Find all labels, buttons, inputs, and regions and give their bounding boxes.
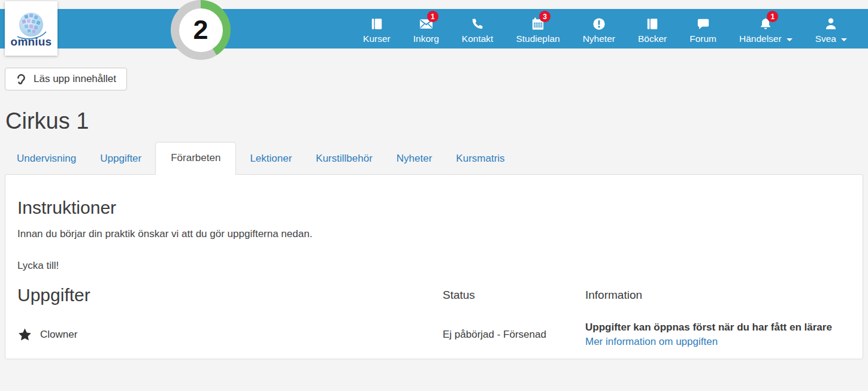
tab-undervisning[interactable]: Undervisning [5,143,88,175]
nav-item-kontakt[interactable]: Kontakt [450,9,505,44]
notification-badge: 3 [539,11,551,22]
read-aloud-button[interactable]: Läs upp innehållet [5,68,127,90]
nav-item-studieplan[interactable]: 3 Studieplan [504,9,571,44]
nav-label: Kurser [363,34,391,44]
nav-label: Kontakt [462,34,494,44]
nav-item-kurser[interactable]: Kurser [352,9,402,44]
book-icon [370,16,383,31]
chevron-down-icon [787,38,793,41]
assignments-header-row: Uppgifter Status Information [17,285,851,305]
read-aloud-label: Läs upp innehållet [34,73,116,85]
tab-lektioner[interactable]: Lektioner [238,143,304,175]
status-column-header: Status [443,289,585,302]
nav-label: Studieplan [516,34,559,44]
nav-label: Inkorg [413,34,439,44]
page-title: Cirkus 1 [5,108,89,134]
star-icon[interactable] [17,328,32,342]
information-column-header: Information [585,289,851,302]
chat-bubble-icon [697,16,710,31]
instructions-title: Instruktioner [17,198,851,218]
nav-item-handelser[interactable]: 1 Händelser [728,9,804,44]
assignment-information: Uppgifter kan öppnas först när du har få… [585,322,851,334]
course-tabs: Undervisning Uppgifter Förarbeten Lektio… [5,142,863,175]
assignment-name: Clowner [40,329,77,341]
nav-item-nyheter[interactable]: Nyheter [571,9,627,44]
notification-badge: 1 [767,11,778,22]
chevron-down-icon [841,38,847,41]
assignment-information-cell: Uppgifter kan öppnas först när du har få… [585,322,851,348]
tab-kursmatris[interactable]: Kursmatris [444,143,516,175]
tab-content-panel: Instruktioner Innan du börjar din prakti… [5,174,863,359]
phone-icon [471,16,484,31]
nav-label: Forum [689,34,716,44]
instructions-paragraph: Innan du börjar din praktik önskar vi at… [17,228,851,240]
nav-item-inkorg[interactable]: 1 Inkorg [402,9,450,44]
nav-label: Nyheter [583,34,615,44]
envelope-icon: 1 [419,16,433,31]
tab-kurstillbehor[interactable]: Kurstillbehör [304,143,385,175]
notification-badge: 1 [427,11,438,22]
progress-value: 2 [179,8,223,52]
omnius-logo[interactable]: omnius [5,1,58,56]
assignment-row: Clowner Ej påbörjad - Försenad Uppgifter… [17,322,851,348]
nav-item-user-svea[interactable]: Svea [804,9,858,44]
more-information-link[interactable]: Mer information om uppgiften [585,336,718,348]
brand-name: omnius [11,35,52,49]
nav-label: Händelser [739,34,793,44]
nav-label: Svea [815,34,847,44]
tab-nyheter[interactable]: Nyheter [385,143,444,175]
assignment-name-cell: Clowner [17,328,443,342]
instructions-closing: Lycka till! [17,260,851,272]
nav-label: Böcker [638,34,667,44]
navbar-menu: Kurser 1 Inkorg Kontakt 3 Studieplan [352,9,858,49]
tab-uppgifter[interactable]: Uppgifter [88,143,153,175]
course-main: Undervisning Uppgifter Förarbeten Lektio… [5,142,863,359]
ear-icon [16,74,27,85]
nav-item-bocker[interactable]: Böcker [627,9,678,44]
top-navbar: Kurser 1 Inkorg Kontakt 3 Studieplan [0,9,868,49]
assignments-title: Uppgifter [17,285,443,305]
bell-icon: 1 [759,16,772,31]
book-icon [646,16,659,31]
nav-item-forum[interactable]: Forum [678,9,728,44]
progress-ring: 2 [171,0,231,60]
calendar-icon: 3 [531,16,545,31]
exclamation-circle-icon [592,16,606,31]
user-icon [824,16,837,31]
tab-forarbeten-active[interactable]: Förarbeten [155,142,236,175]
assignment-status: Ej påbörjad - Försenad [443,329,585,341]
